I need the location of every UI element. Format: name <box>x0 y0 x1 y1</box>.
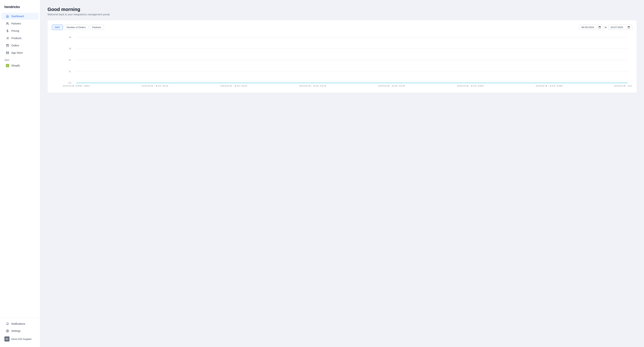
svg-text:4: 4 <box>68 36 71 38</box>
svg-text:2: 2 <box>68 59 71 61</box>
sidebar: hendricks Dashboard Partners <box>0 0 40 347</box>
svg-text:2024-10-07: 2024-10-07 <box>614 85 632 87</box>
svg-text:2024-10-06: 2024-10-06 <box>536 85 563 87</box>
gear-icon <box>6 329 9 333</box>
date-range-controls: to <box>579 25 632 30</box>
nav-products-label: Products <box>11 37 22 40</box>
svg-text:2024-10-03: 2024-10-03 <box>299 85 326 87</box>
home-icon <box>6 14 9 18</box>
nav-partners-label: Partners <box>11 22 21 25</box>
sidebar-bottom: Notifications Settings De Demo EDI Suppl… <box>0 318 40 343</box>
tab-partners[interactable]: Partners <box>90 25 104 30</box>
nav-products[interactable]: Products <box>2 35 38 42</box>
svg-point-13 <box>7 331 8 331</box>
nav-app-store-label: App Store <box>11 51 23 54</box>
nav-partners[interactable]: Partners <box>2 20 38 27</box>
svg-rect-10 <box>8 52 9 53</box>
date-to-label: to <box>605 26 607 29</box>
page-subtitle: Welcome back to your integrations manage… <box>48 13 637 16</box>
svg-text:0: 0 <box>68 82 71 84</box>
nav-notifications-label: Notifications <box>11 322 25 325</box>
nav-dashboard[interactable]: Dashboard <box>2 13 38 20</box>
products-icon <box>6 36 9 40</box>
user-name: Demo EDI Supplier <box>11 338 32 341</box>
chart-svg: 4 3 2 1 0 2024-09-30 2024-10-01 2024-10- <box>52 34 632 88</box>
nav-dashboard-label: Dashboard <box>11 15 24 18</box>
main-content: Good morning Welcome back to your integr… <box>40 0 644 347</box>
appstore-icon <box>6 51 9 54</box>
nav-pricing-label: Pricing <box>11 29 19 32</box>
svg-text:3: 3 <box>68 47 71 50</box>
app-logo: hendricks <box>0 4 40 12</box>
date-to-input[interactable] <box>608 25 632 30</box>
svg-rect-9 <box>6 52 7 53</box>
partners-icon <box>6 22 9 25</box>
svg-point-0 <box>6 22 8 23</box>
apps-section-label: Apps <box>0 56 40 62</box>
date-from-input[interactable] <box>579 25 603 30</box>
orders-icon <box>6 44 9 47</box>
nav-shopify-label: Shopify <box>11 64 20 67</box>
nav-notifications[interactable]: Notifications <box>2 320 38 327</box>
chart-controls: GMV Number of Orders Partners to <box>52 25 632 30</box>
svg-text:2024-10-01: 2024-10-01 <box>141 85 168 87</box>
page-title: Good morning <box>48 6 637 12</box>
tab-number-of-orders[interactable]: Number of Orders <box>64 25 88 30</box>
pricing-icon <box>6 29 9 32</box>
svg-rect-12 <box>6 53 7 54</box>
chart-card: GMV Number of Orders Partners to 4 <box>48 20 637 93</box>
nav-orders[interactable]: Orders <box>2 42 38 49</box>
bell-icon <box>6 322 9 326</box>
nav-settings-label: Settings <box>11 330 21 333</box>
nav-settings[interactable]: Settings <box>2 328 38 335</box>
svg-text:2024-10-05: 2024-10-05 <box>457 85 484 87</box>
user-avatar: De <box>4 337 10 342</box>
svg-text:2024-09-30: 2024-09-30 <box>62 85 90 87</box>
svg-text:1: 1 <box>68 70 71 72</box>
svg-text:2024-10-02: 2024-10-02 <box>220 85 248 87</box>
nav-orders-label: Orders <box>11 44 19 47</box>
nav-shopify[interactable]: S Shopify <box>2 62 38 69</box>
shopify-icon: S <box>6 64 9 67</box>
chart-area: 4 3 2 1 0 2024-09-30 2024-10-01 2024-10- <box>52 34 632 88</box>
nav-pricing[interactable]: Pricing <box>2 27 38 34</box>
nav-app-store[interactable]: App Store <box>2 49 38 56</box>
chart-tab-group: GMV Number of Orders Partners <box>52 25 104 30</box>
user-info: De Demo EDI Supplier <box>0 335 40 343</box>
tab-gmv[interactable]: GMV <box>52 25 63 30</box>
svg-rect-11 <box>8 53 9 54</box>
svg-text:2024-10-04: 2024-10-04 <box>378 85 405 87</box>
